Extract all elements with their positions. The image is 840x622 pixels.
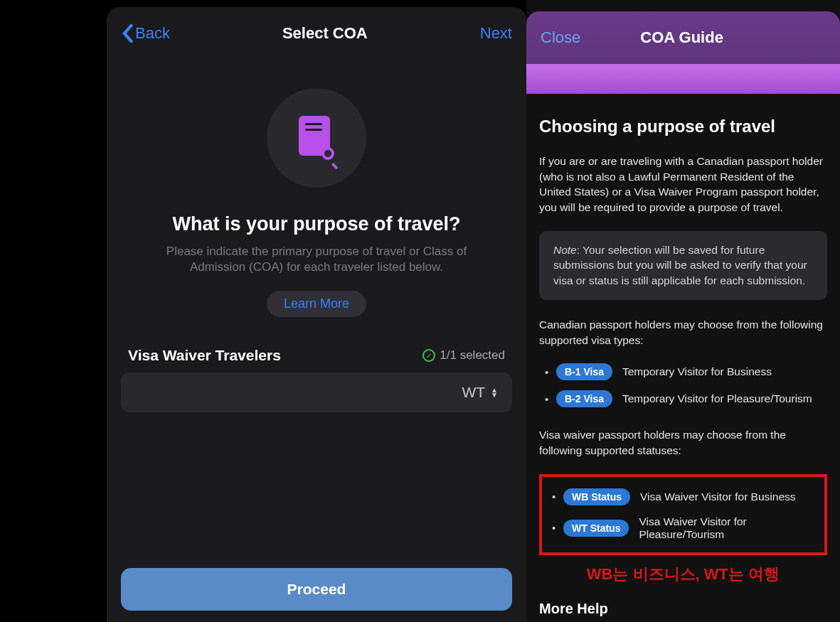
count-label: 1/1 selected bbox=[440, 348, 505, 363]
coa-guide-screen: Close COA Guide Choosing a purpose of tr… bbox=[526, 0, 840, 622]
selection-count: ✓ 1/1 selected bbox=[422, 348, 505, 363]
note-box: Note: Your selection will be saved for f… bbox=[539, 231, 827, 300]
back-label: Back bbox=[135, 24, 170, 43]
visa-desc: Visa Waiver Visitor for Pleasure/Tourism bbox=[639, 515, 820, 541]
question-subtitle: Please indicate the primary purpose of t… bbox=[107, 235, 526, 291]
list-item: WT Status Visa Waiver Visitor for Pleasu… bbox=[563, 515, 820, 541]
guide-para-2: Canadian passport holders may choose fro… bbox=[539, 317, 827, 348]
visa-badge: WB Status bbox=[563, 488, 630, 505]
section-title: Visa Waiver Travelers bbox=[128, 347, 281, 364]
list-item: B-1 Visa Temporary Visitor for Business bbox=[556, 363, 827, 380]
learn-more-button[interactable]: Learn More bbox=[267, 291, 366, 317]
purpose-icon-circle bbox=[267, 88, 366, 188]
proceed-button[interactable]: Proceed bbox=[121, 568, 512, 611]
right-header: Close COA Guide bbox=[526, 11, 840, 64]
list-item: WB Status Visa Waiver Visitor for Busine… bbox=[563, 488, 820, 505]
highlighted-status-box: WB Status Visa Waiver Visitor for Busine… bbox=[539, 474, 827, 555]
guide-title: COA Guide bbox=[640, 28, 723, 47]
gradient-banner bbox=[526, 64, 840, 94]
traveler-row-selector[interactable]: WT ▲▼ bbox=[121, 372, 512, 412]
back-button[interactable]: Back bbox=[121, 23, 170, 43]
close-button[interactable]: Close bbox=[541, 28, 580, 47]
visa-desc: Visa Waiver Visitor for Business bbox=[640, 490, 796, 503]
select-coa-screen: Back Select COA Next What is your purpos… bbox=[107, 7, 526, 622]
chevron-updown-icon: ▲▼ bbox=[491, 388, 498, 397]
visa-badge: B-2 Visa bbox=[556, 390, 612, 407]
document-search-icon bbox=[299, 116, 334, 160]
selected-coa-value: WT bbox=[462, 384, 485, 401]
more-help-heading: More Help bbox=[539, 601, 827, 617]
question-heading: What is your purpose of travel? bbox=[107, 213, 526, 235]
visa-badge: B-1 Visa bbox=[556, 363, 612, 380]
visa-desc: Temporary Visitor for Pleasure/Tourism bbox=[622, 392, 812, 405]
guide-para-3: Visa waiver passport holders may choose … bbox=[539, 427, 827, 458]
guide-para-1: If you are or are traveling with a Canad… bbox=[539, 154, 827, 215]
guide-content: Choosing a purpose of travel If you are … bbox=[526, 94, 840, 622]
waiver-status-list: WB Status Visa Waiver Visitor for Busine… bbox=[546, 488, 820, 541]
list-item: B-2 Visa Temporary Visitor for Pleasure/… bbox=[556, 390, 827, 407]
travelers-section-header: Visa Waiver Travelers ✓ 1/1 selected bbox=[107, 317, 526, 371]
guide-heading: Choosing a purpose of travel bbox=[539, 117, 827, 136]
page-title: Select COA bbox=[282, 24, 368, 43]
visa-badge: WT Status bbox=[563, 520, 629, 537]
next-button[interactable]: Next bbox=[480, 24, 512, 43]
canadian-visa-list: B-1 Visa Temporary Visitor for Business … bbox=[539, 363, 827, 407]
left-header: Back Select COA Next bbox=[107, 7, 526, 60]
visa-desc: Temporary Visitor for Business bbox=[622, 365, 772, 378]
note-prefix: Note bbox=[553, 244, 577, 256]
chevron-left-icon bbox=[121, 23, 134, 43]
note-text: : Your selection will be saved for futur… bbox=[553, 244, 807, 286]
check-circle-icon: ✓ bbox=[422, 349, 435, 362]
korean-annotation: WB는 비즈니스, WT는 여행 bbox=[539, 564, 827, 585]
